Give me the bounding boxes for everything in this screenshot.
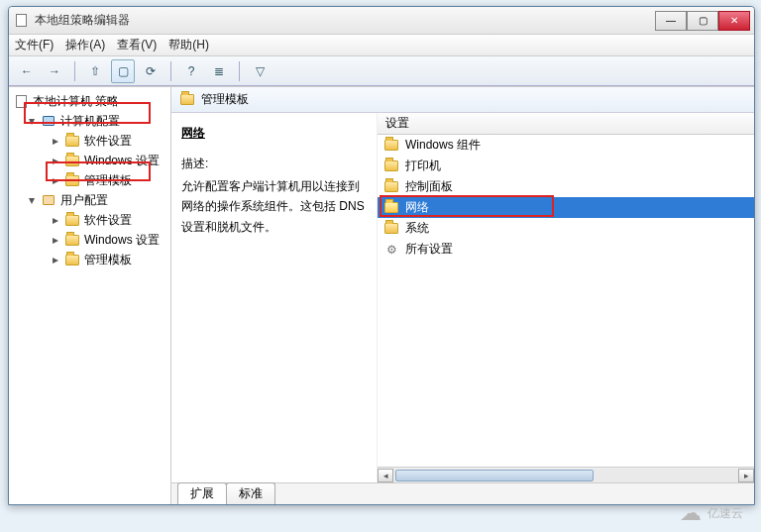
- list-icon: ≣: [214, 64, 224, 78]
- content: 网络 描述: 允许配置客户端计算机用以连接到网络的操作系统组件。这包括 DNS …: [171, 113, 754, 482]
- computer-icon: [41, 113, 56, 129]
- minimize-button[interactable]: —: [655, 11, 687, 31]
- list-header[interactable]: 设置: [378, 113, 754, 135]
- tree-windows-settings[interactable]: ▸ Windows 设置: [11, 151, 168, 170]
- back-button[interactable]: ←: [15, 59, 39, 83]
- description-text: 允许配置客户端计算机用以连接到网络的操作系统组件。这包括 DNS 设置和脱机文件…: [181, 176, 367, 237]
- description-pane: 网络 描述: 允许配置客户端计算机用以连接到网络的操作系统组件。这包括 DNS …: [171, 113, 378, 482]
- column-header: 设置: [385, 115, 409, 132]
- folder-icon: [64, 172, 80, 188]
- settings-icon: ⚙: [383, 242, 399, 258]
- tree-label: 用户配置: [60, 192, 108, 209]
- watermark-text: 亿速云: [707, 505, 743, 522]
- folder-icon: [64, 133, 80, 149]
- scroll-right-button[interactable]: ▸: [738, 469, 754, 482]
- toolbar-separator: [170, 61, 171, 81]
- filter-button[interactable]: ▽: [248, 59, 272, 83]
- list-item-label: Windows 组件: [405, 137, 481, 154]
- expand-icon[interactable]: ▸: [51, 253, 60, 266]
- cloud-icon: ☁: [680, 500, 702, 526]
- filter-icon: ▽: [256, 64, 265, 78]
- policy-icon: [13, 93, 29, 109]
- expand-icon[interactable]: ▸: [51, 233, 60, 247]
- tree-label: 管理模板: [84, 252, 132, 268]
- tree-label: 软件设置: [84, 133, 132, 150]
- tab-extended[interactable]: 扩展: [177, 482, 227, 504]
- collapse-icon[interactable]: ▾: [27, 114, 37, 128]
- app-window: 本地组策略编辑器 — ▢ ✕ 文件(F) 操作(A) 查看(V) 帮助(H) ←…: [8, 6, 755, 505]
- user-icon: [41, 192, 56, 208]
- breadcrumb-label: 管理模板: [201, 91, 249, 108]
- list-item-label: 打印机: [405, 158, 441, 174]
- list-body: Windows 组件打印机控制面板网络系统⚙所有设置: [378, 135, 754, 467]
- menu-file[interactable]: 文件(F): [15, 37, 54, 53]
- maximize-button[interactable]: ▢: [687, 11, 718, 31]
- folder-icon: [383, 200, 399, 216]
- window-title: 本地组策略编辑器: [35, 12, 655, 29]
- list-item[interactable]: 打印机: [378, 156, 754, 176]
- folder-icon: [64, 153, 80, 168]
- tree-admin-templates[interactable]: ▸ 管理模板: [11, 170, 168, 190]
- app-icon: [13, 13, 29, 29]
- refresh-button[interactable]: ⟳: [139, 59, 163, 83]
- folder-icon: [64, 212, 80, 228]
- forward-button[interactable]: →: [43, 59, 66, 83]
- menu-action[interactable]: 操作(A): [65, 37, 105, 53]
- main-pane: 管理模板 网络 描述: 允许配置客户端计算机用以连接到网络的操作系统组件。这包括…: [171, 87, 754, 504]
- tree-label: 计算机配置: [60, 113, 120, 130]
- list-button[interactable]: ≣: [207, 59, 231, 83]
- arrow-left-icon: ←: [21, 64, 33, 78]
- list-item[interactable]: 系统: [378, 218, 754, 239]
- tree-label: 管理模板: [84, 172, 132, 189]
- folder-icon: [179, 92, 195, 108]
- list-item-label: 系统: [405, 220, 429, 237]
- tree-root[interactable]: 本地计算机 策略: [11, 91, 168, 111]
- collapse-icon[interactable]: ▾: [27, 193, 37, 207]
- tree-user-windows[interactable]: ▸ Windows 设置: [11, 230, 168, 250]
- arrow-right-icon: →: [49, 64, 60, 78]
- expand-icon[interactable]: ▸: [51, 213, 60, 227]
- list-item[interactable]: 控制面板: [378, 176, 754, 197]
- tree-user-admin[interactable]: ▸ 管理模板: [11, 250, 168, 269]
- folder-icon: [64, 252, 80, 267]
- scroll-thumb[interactable]: [395, 470, 594, 481]
- close-button[interactable]: ✕: [718, 11, 750, 31]
- list-item[interactable]: Windows 组件: [378, 135, 754, 156]
- folder-icon: [383, 179, 399, 195]
- tree-software-settings[interactable]: ▸ 软件设置: [11, 131, 168, 151]
- help-button[interactable]: ?: [179, 59, 203, 83]
- menu-view[interactable]: 查看(V): [117, 37, 157, 53]
- titlebar: 本地组策略编辑器 — ▢ ✕: [9, 7, 754, 35]
- toolbar-separator: [239, 61, 240, 81]
- properties-button[interactable]: ▢: [111, 59, 135, 83]
- scroll-left-button[interactable]: ◂: [378, 469, 393, 482]
- folder-icon: [383, 221, 399, 237]
- list-item-label: 控制面板: [405, 178, 453, 195]
- tree-pane: 本地计算机 策略 ▾ 计算机配置 ▸ 软件设置 ▸ Windows 设置 ▸ 管…: [9, 87, 171, 504]
- watermark: ☁ 亿速云: [680, 500, 743, 526]
- folder-icon: [383, 159, 399, 174]
- menu-help[interactable]: 帮助(H): [168, 37, 209, 53]
- folder-icon: [383, 138, 399, 154]
- list-item-label: 所有设置: [405, 241, 453, 258]
- tab-standard[interactable]: 标准: [226, 482, 275, 504]
- tree-label: 软件设置: [84, 212, 132, 229]
- toolbar: ← → ⇧ ▢ ⟳ ? ≣ ▽: [9, 56, 754, 86]
- window-controls: — ▢ ✕: [655, 11, 750, 31]
- expand-icon[interactable]: ▸: [51, 134, 60, 148]
- tree-user-config[interactable]: ▾ 用户配置: [11, 190, 168, 210]
- list-item[interactable]: 网络: [378, 197, 754, 218]
- expand-icon[interactable]: ▸: [51, 154, 60, 167]
- up-button[interactable]: ⇧: [83, 59, 107, 83]
- description-title: 网络: [181, 125, 367, 142]
- refresh-icon: ⟳: [146, 64, 156, 78]
- tree-computer-config[interactable]: ▾ 计算机配置: [11, 111, 168, 131]
- expand-icon[interactable]: ▸: [51, 173, 60, 187]
- scroll-track[interactable]: [393, 469, 738, 482]
- list-item-label: 网络: [405, 199, 429, 216]
- menubar: 文件(F) 操作(A) 查看(V) 帮助(H): [9, 35, 754, 56]
- body: 本地计算机 策略 ▾ 计算机配置 ▸ 软件设置 ▸ Windows 设置 ▸ 管…: [9, 86, 754, 504]
- horizontal-scrollbar[interactable]: ◂ ▸: [378, 467, 754, 482]
- list-item[interactable]: ⚙所有设置: [378, 239, 754, 260]
- tree-user-software[interactable]: ▸ 软件设置: [11, 210, 168, 230]
